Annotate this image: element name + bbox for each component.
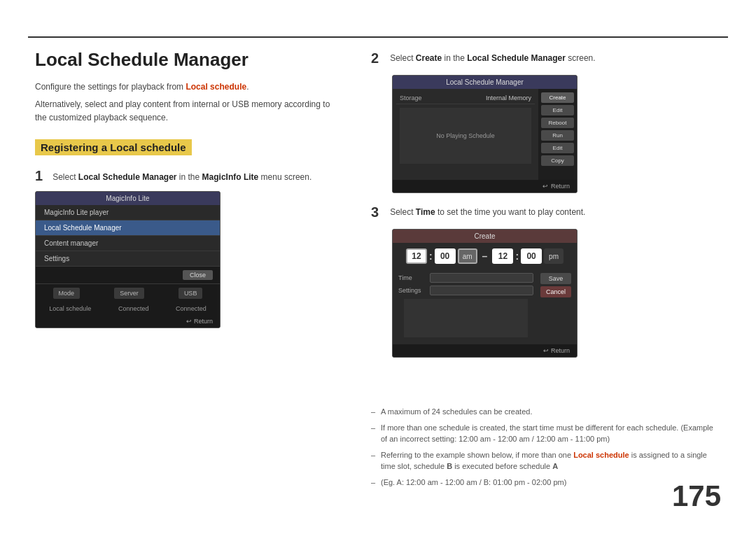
status-server: Connected — [118, 305, 149, 312]
create-mockup: Create 12 : 00 am – 12 : 00 pm Time Sett… — [392, 229, 578, 358]
lsm-titlebar: Local Schedule Manager — [393, 76, 577, 89]
desc-paragraph-1: Configure the settings for playback from… — [35, 80, 343, 94]
step-2-row: 2 Select Create in the Local Schedule Ma… — [371, 49, 728, 66]
magicinfo-lite-mockup: MagicInfo Lite MagicInfo Lite player Loc… — [35, 191, 220, 328]
create-form-fields: Time Settings — [398, 273, 533, 341]
note-2: If more than one schedule is created, th… — [371, 422, 721, 445]
save-button[interactable]: Save — [540, 273, 571, 284]
form-row-time: Time — [398, 273, 533, 283]
status-local: Local schedule — [49, 305, 91, 312]
step-1-number: 1 — [35, 168, 43, 184]
dash-separator: – — [482, 251, 488, 262]
lsm-mockup: Local Schedule Manager Storage Internal … — [392, 75, 578, 193]
step-1-text: Select Local Schedule Manager in the Mag… — [52, 171, 312, 184]
desc-paragraph-2: Alternatively, select and play content f… — [35, 98, 343, 125]
nav-server[interactable]: Server — [114, 288, 144, 299]
notes-section: A maximum of 24 schedules can be created… — [371, 406, 721, 492]
note-4: (Eg. A: 12:00 am - 12:00 am / B: 01:00 p… — [371, 477, 721, 489]
time-row: 12 : 00 am – 12 : 00 pm — [393, 243, 577, 269]
lsm-sidebar: Create Edit Reboot Run Edit Copy — [538, 89, 577, 180]
note-3: Referring to the example shown below, if… — [371, 449, 721, 472]
lsm-reboot-btn[interactable]: Reboot — [541, 118, 574, 128]
end-hour-box[interactable]: 12 — [492, 248, 513, 264]
lsm-edit-btn[interactable]: Edit — [541, 105, 574, 115]
create-form-area: Time Settings Save Cancel — [393, 269, 577, 344]
page-number: 175 — [672, 479, 721, 513]
colon-2: : — [515, 251, 519, 262]
close-button[interactable]: Close — [183, 270, 213, 280]
lsm-create-btn[interactable]: Create — [541, 92, 574, 103]
nav-mode[interactable]: Mode — [53, 288, 80, 299]
step-2-text: Select Create in the Local Schedule Mana… — [390, 52, 595, 65]
mock-status-row: Local schedule Connected Connected — [36, 302, 220, 315]
form-settings-input[interactable] — [430, 286, 533, 295]
lsm-content-area: Storage Internal Memory No Playing Sched… — [393, 89, 538, 180]
create-return: ↩ Return — [393, 344, 577, 357]
start-hour-box[interactable]: 12 — [406, 248, 427, 264]
lsm-edit2-btn[interactable]: Edit — [541, 143, 574, 153]
form-row-settings: Settings — [398, 286, 533, 295]
mock-nav-row: Mode Server USB — [36, 283, 220, 302]
nav-usb[interactable]: USB — [178, 288, 203, 299]
lsm-body: Storage Internal Memory No Playing Sched… — [393, 89, 577, 180]
step-3-row: 3 Select Time to set the time you want t… — [371, 203, 728, 220]
mock-return: ↩ Return — [36, 315, 220, 328]
lsm-run-btn[interactable]: Run — [541, 130, 574, 141]
lsm-return: ↩ Return — [393, 180, 577, 192]
step-3-text: Select Time to set the time you want to … — [390, 206, 585, 219]
note-1: A maximum of 24 schedules can be created… — [371, 406, 721, 418]
create-action-buttons: Save Cancel — [540, 273, 571, 341]
status-usb: Connected — [176, 305, 206, 312]
form-settings-label: Settings — [398, 287, 426, 294]
mock-bottom-bar: Close — [36, 267, 220, 283]
cancel-button[interactable]: Cancel — [540, 286, 571, 297]
desc1-text: Configure the settings for playback from — [35, 82, 186, 92]
menu-item-content: Content manager — [36, 236, 220, 251]
top-divider — [28, 36, 728, 38]
page-title: Local Schedule Manager — [35, 49, 343, 71]
form-time-label: Time — [398, 274, 426, 281]
menu-item-local-schedule: Local Schedule Manager — [36, 220, 220, 236]
end-ampm-box[interactable]: pm — [544, 248, 564, 264]
step-3-number: 3 — [371, 204, 379, 220]
left-column: Local Schedule Manager Configure the set… — [35, 49, 343, 328]
create-titlebar: Create — [393, 230, 577, 243]
lsm-copy-btn[interactable]: Copy — [541, 155, 574, 166]
menu-item-settings: Settings — [36, 251, 220, 267]
colon-1: : — [429, 251, 433, 262]
section-heading: Registering a Local schedule — [35, 139, 192, 155]
step-1-row: 1 Select Local Schedule Manager in the M… — [35, 168, 343, 184]
end-min-box[interactable]: 00 — [521, 248, 542, 264]
local-schedule-link[interactable]: Local schedule — [186, 82, 246, 92]
no-schedule-label: No Playing Schedule — [400, 108, 531, 164]
start-ampm-box[interactable]: am — [458, 248, 477, 264]
storage-value: Internal Memory — [486, 94, 531, 101]
right-column: 2 Select Create in the Local Schedule Ma… — [371, 49, 728, 358]
menu-item-player: MagicInfo Lite player — [36, 205, 220, 220]
note-local-link: Local schedule — [573, 451, 629, 459]
storage-label: Storage — [400, 94, 422, 101]
create-content-area — [404, 299, 528, 337]
start-min-box[interactable]: 00 — [435, 248, 456, 264]
step-2-number: 2 — [371, 50, 379, 66]
magicinfo-titlebar: MagicInfo Lite — [36, 192, 220, 205]
lsm-storage-row: Storage Internal Memory — [396, 92, 535, 104]
form-time-input[interactable] — [430, 273, 533, 283]
